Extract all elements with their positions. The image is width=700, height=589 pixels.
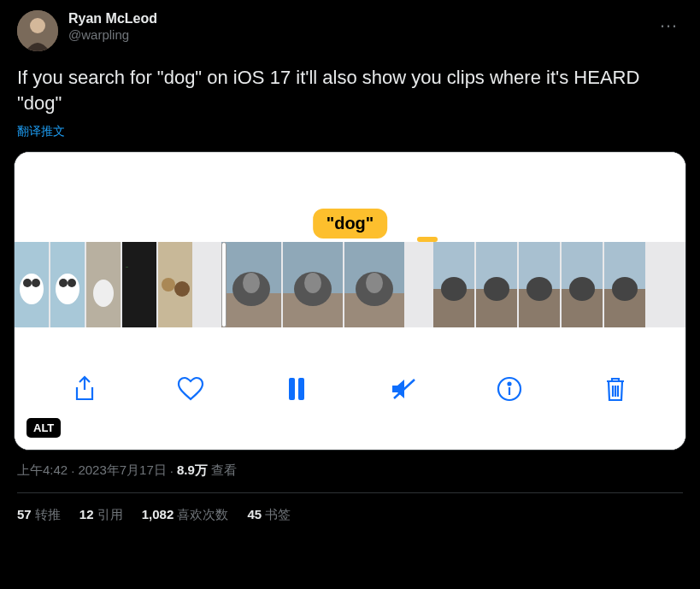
views-count: 8.9万 [177,462,208,479]
trash-icon[interactable] [600,374,631,404]
meta-time: 上午4:42 [17,462,68,479]
views-label: 查看 [211,462,237,479]
svg-point-48 [508,382,510,385]
svg-point-40 [569,277,595,301]
svg-point-1 [30,18,45,33]
heart-icon[interactable] [175,374,206,404]
author-block[interactable]: Ryan McLeod @warpling [68,10,645,44]
media-header-area: "dog" [15,152,685,242]
media-controls [15,327,685,450]
share-icon[interactable] [69,374,100,404]
stat-bookmarks[interactable]: 45 书签 [247,507,291,523]
meta-row[interactable]: 上午4:42 · 2023年7月17日 · 8.9万 查看 [17,462,683,479]
svg-point-24 [304,273,321,293]
more-icon[interactable]: … [656,10,683,32]
display-name: Ryan McLeod [68,10,645,27]
svg-text:...: ... [126,264,128,268]
info-icon[interactable] [494,374,525,404]
meta-date: 2023年7月17日 [78,462,166,479]
alt-badge[interactable]: ALT [26,418,61,438]
avatar[interactable] [17,10,58,51]
svg-point-43 [612,277,638,301]
tweet-header: Ryan McLeod @warpling … [17,10,683,51]
tweet-container: Ryan McLeod @warpling … If you search fo… [0,0,700,523]
clip-group-2[interactable] [221,242,404,327]
media-card[interactable]: "dog" ... [14,151,686,451]
svg-point-3 [20,274,44,304]
video-timeline[interactable]: ... [15,242,685,327]
stats-row: 57 转推 12 引用 1,082 喜欢次数 45 书签 [17,493,683,523]
search-term-badge: "dog" [313,209,388,239]
translate-link[interactable]: 翻译推文 [17,124,683,139]
svg-rect-12 [122,242,156,327]
mute-icon[interactable] [388,374,419,404]
svg-point-34 [484,277,509,301]
tweet-text: If you search for "dog" on iOS 17 it'll … [17,65,683,115]
stat-retweets[interactable]: 57 转推 [17,507,61,523]
playhead-scrubber[interactable] [221,242,226,327]
svg-point-31 [441,277,467,301]
svg-point-8 [59,279,68,287]
handle: @warpling [68,27,645,44]
svg-point-4 [23,279,32,287]
clip-group-3[interactable] [433,242,645,327]
svg-point-37 [526,277,552,301]
svg-point-9 [68,279,76,287]
svg-rect-44 [289,378,295,400]
svg-rect-45 [298,378,304,400]
svg-point-16 [174,281,190,297]
stat-quotes[interactable]: 12 引用 [79,507,123,523]
svg-point-15 [162,278,175,292]
svg-point-5 [32,279,40,287]
svg-point-7 [56,274,79,304]
svg-point-20 [243,273,260,293]
stat-likes[interactable]: 1,082 喜欢次数 [142,507,229,523]
pause-icon[interactable] [281,374,312,404]
svg-point-28 [366,273,383,293]
svg-point-11 [93,280,114,307]
clip-group-1[interactable]: ... [15,242,192,327]
